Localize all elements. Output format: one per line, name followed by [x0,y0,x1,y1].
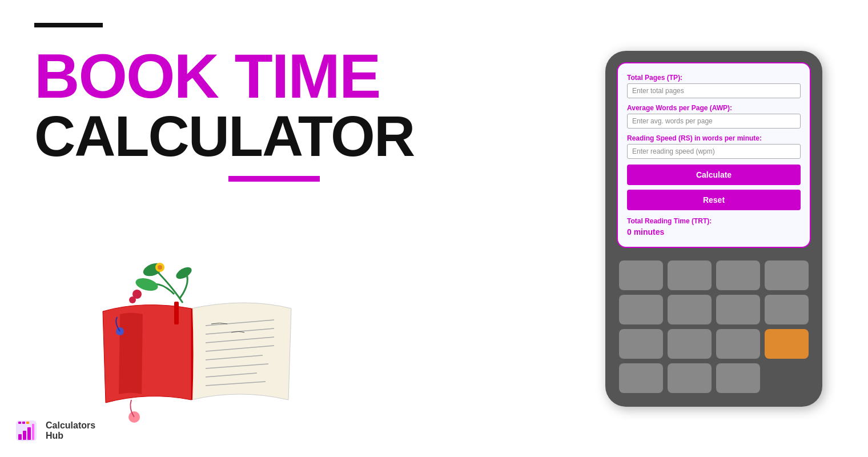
logo-name-line2: Hub [46,431,95,441]
title-block: BOOK TIME CALCULATOR [34,45,560,165]
calculator-device: Total Pages (TP): Average Words per Page… [605,51,822,407]
calc-key-12[interactable] [619,363,663,393]
calculator-keypad [617,258,811,395]
svg-rect-24 [22,422,25,424]
calc-key-8[interactable] [765,295,809,324]
calc-key-13[interactable] [668,363,712,393]
book-illustration [86,263,303,440]
calc-key-6[interactable] [668,295,712,324]
title-line2: CALCULATOR [34,107,560,165]
top-decorative-bar [34,23,103,27]
calc-key-2[interactable] [668,260,712,290]
reading-speed-input[interactable] [627,144,801,159]
svg-point-15 [129,296,136,303]
logo-name-line1: Calculators [46,420,95,431]
avg-words-label: Average Words per Page (AWP): [627,104,801,112]
svg-rect-8 [174,302,179,324]
total-pages-label: Total Pages (TP): [627,74,801,82]
svg-point-11 [174,265,194,282]
calc-key-7[interactable] [716,295,760,324]
calc-key-10[interactable] [668,329,712,359]
calc-key-14[interactable] [716,363,760,393]
svg-rect-19 [18,434,22,440]
svg-rect-25 [26,422,29,424]
calc-key-1[interactable] [619,260,663,290]
calc-key-9[interactable] [619,329,663,359]
result-value: 0 minutes [627,227,801,236]
svg-rect-20 [23,431,26,440]
purple-decorative-bar [228,176,320,182]
right-section: Total Pages (TP): Average Words per Page… [594,51,834,407]
calc-key-orange-1[interactable] [765,329,809,359]
calculator-screen: Total Pages (TP): Average Words per Page… [617,62,811,248]
calc-key-11[interactable] [716,329,760,359]
svg-point-13 [158,265,162,270]
calc-key-4[interactable] [765,260,809,290]
svg-rect-21 [27,427,31,440]
reading-speed-label: Reading Speed (RS) in words per minute: [627,134,801,142]
calc-key-3[interactable] [716,260,760,290]
reset-button[interactable]: Reset [627,190,801,210]
title-line1: BOOK TIME [34,45,560,107]
left-section: BOOK TIME CALCULATOR [0,0,594,457]
logo-text: Calculators Hub [46,420,95,441]
calculate-button[interactable]: Calculate [627,165,801,185]
total-pages-input[interactable] [627,83,801,98]
svg-rect-23 [18,422,21,424]
result-label: Total Reading Time (TRT): [627,217,801,225]
svg-rect-22 [32,424,34,440]
logo-icon [11,416,41,446]
logo: Calculators Hub [11,416,95,446]
calc-key-5[interactable] [619,295,663,324]
avg-words-input[interactable] [627,114,801,129]
